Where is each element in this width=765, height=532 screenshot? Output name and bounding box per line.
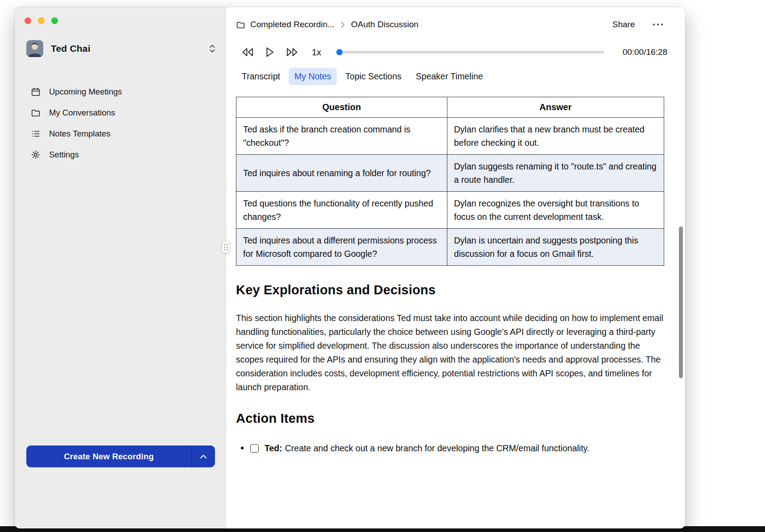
table-header-row: Question Answer <box>236 97 664 118</box>
sidebar-item-upcoming-meetings[interactable]: Upcoming Meetings <box>26 81 214 102</box>
chevron-up-icon <box>200 454 207 459</box>
table-row: Ted inquires about a different permissio… <box>236 229 664 266</box>
sidebar-item-my-conversations[interactable]: My Conversations <box>26 102 214 123</box>
folder-icon <box>236 20 245 29</box>
fast-forward-icon <box>286 48 298 57</box>
grip-dots-icon <box>224 244 228 250</box>
time-display: 00:00/16:28 <box>617 47 667 57</box>
chevron-updown-icon <box>209 44 216 54</box>
close-button[interactable] <box>25 17 31 24</box>
more-options-button[interactable] <box>653 20 663 29</box>
sidebar-item-label: Notes Templates <box>49 129 110 139</box>
window-controls <box>25 17 58 24</box>
list-item: • Ted: Create and check out a new branch… <box>236 443 667 454</box>
breadcrumb-parent[interactable]: Completed Recordin... <box>250 20 335 29</box>
question-column-header: Question <box>236 97 447 118</box>
sidebar-item-label: Upcoming Meetings <box>49 87 122 97</box>
rewind-icon <box>241 48 254 57</box>
avatar <box>26 40 43 57</box>
action-item-text: Create and check out a new branch for de… <box>285 443 590 454</box>
breadcrumb: Completed Recordin... OAuth Discussion S… <box>236 18 667 31</box>
sidebar-item-label: My Conversations <box>49 108 115 118</box>
minimize-button[interactable] <box>38 17 45 24</box>
tab-speaker-timeline[interactable]: Speaker Timeline <box>410 68 489 85</box>
sidebar-item-label: Settings <box>49 150 79 160</box>
action-item-checkbox[interactable] <box>250 444 259 453</box>
sidebar-nav: Upcoming Meetings My Conversations <box>26 81 214 165</box>
bullet-point: • <box>240 443 244 454</box>
main-panel: Completed Recordin... OAuth Discussion S… <box>226 7 685 528</box>
rewind-button[interactable] <box>241 48 254 57</box>
app-window: Ted Chai Upcoming Meetings <box>15 7 685 528</box>
gear-icon <box>31 150 41 160</box>
table-row: Ted questions the functionality of recen… <box>236 192 664 229</box>
calendar-icon <box>31 87 41 97</box>
create-new-recording-button[interactable]: Create New Recording <box>26 445 191 467</box>
create-recording-options-button[interactable] <box>192 445 215 467</box>
sidebar-item-settings[interactable]: Settings <box>26 144 214 165</box>
play-button[interactable] <box>265 47 274 58</box>
list-icon <box>31 129 41 139</box>
audio-player: 1x 00:00/16:28 <box>236 45 667 59</box>
playback-speed-button[interactable]: 1x <box>312 47 321 58</box>
share-button[interactable]: Share <box>612 20 635 29</box>
answer-cell: Dylan clarifies that a new branch must b… <box>447 118 664 155</box>
progress-scrubber[interactable] <box>336 49 343 55</box>
table-row: Ted inquires about renaming a folder for… <box>236 155 664 192</box>
tab-transcript[interactable]: Transcript <box>236 68 286 85</box>
section-heading-key-explorations: Key Explorations and Decisions <box>236 282 667 298</box>
user-menu[interactable]: Ted Chai <box>26 40 216 58</box>
section-heading-action-items: Action Items <box>236 410 667 426</box>
qa-table: Question Answer Ted asks if the branch c… <box>236 97 664 266</box>
section-body-key-explorations: This section highlights the consideratio… <box>236 311 665 394</box>
action-item-owner: Ted: <box>265 443 282 454</box>
sidebar-item-notes-templates[interactable]: Notes Templates <box>26 123 214 144</box>
answer-cell: Dylan suggests renaming it to "route.ts"… <box>447 155 664 192</box>
answer-cell: Dylan is uncertain and suggests postponi… <box>447 229 664 266</box>
breadcrumb-current: OAuth Discussion <box>351 20 418 29</box>
tab-my-notes[interactable]: My Notes <box>289 68 337 85</box>
panel-resize-handle[interactable] <box>222 241 230 253</box>
progress-track <box>336 51 604 54</box>
create-new-recording-split-button: Create New Recording <box>26 445 215 467</box>
chevron-right-icon <box>341 21 345 28</box>
answer-column-header: Answer <box>447 97 664 118</box>
tab-topic-sections[interactable]: Topic Sections <box>339 68 407 85</box>
folder-icon <box>31 108 41 118</box>
play-icon <box>265 47 274 58</box>
question-cell: Ted inquires about a different permissio… <box>236 229 447 266</box>
question-cell: Ted questions the functionality of recen… <box>236 192 447 229</box>
sidebar: Ted Chai Upcoming Meetings <box>15 7 226 528</box>
vertical-scrollbar-thumb[interactable] <box>679 227 683 378</box>
fast-forward-button[interactable] <box>286 48 298 57</box>
progress-bar[interactable] <box>336 49 604 56</box>
content-tabs: Transcript My Notes Topic Sections Speak… <box>236 68 667 85</box>
question-cell: Ted inquires about renaming a folder for… <box>236 155 447 192</box>
answer-cell: Dylan recognizes the oversight but trans… <box>447 192 664 229</box>
question-cell: Ted asks if the branch creation command … <box>236 118 447 155</box>
zoom-button[interactable] <box>51 17 58 24</box>
table-row: Ted asks if the branch creation command … <box>236 118 664 155</box>
user-name: Ted Chai <box>51 43 91 54</box>
